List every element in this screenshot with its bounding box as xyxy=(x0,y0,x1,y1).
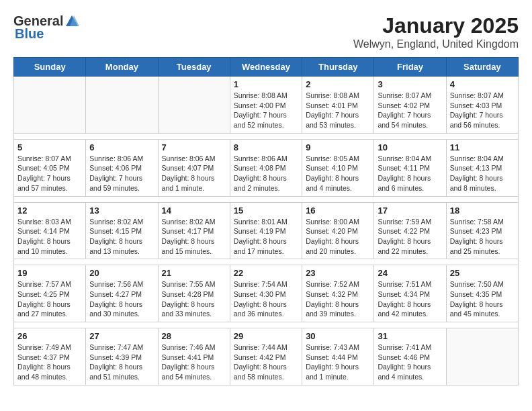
calendar-week-row: 12Sunrise: 8:03 AMSunset: 4:14 PMDayligh… xyxy=(14,202,519,259)
day-number: 13 xyxy=(89,205,154,216)
day-info: Sunrise: 8:04 AMSunset: 4:13 PMDaylight:… xyxy=(450,154,515,193)
week-spacer-row xyxy=(14,133,519,139)
day-number: 5 xyxy=(17,142,82,152)
day-info: Sunrise: 7:57 AMSunset: 4:25 PMDaylight:… xyxy=(17,279,82,319)
day-number: 22 xyxy=(234,268,298,278)
calendar-day-cell: 21Sunrise: 7:55 AMSunset: 4:28 PMDayligh… xyxy=(158,265,230,322)
calendar-week-row: 19Sunrise: 7:57 AMSunset: 4:25 PMDayligh… xyxy=(14,265,519,322)
day-info: Sunrise: 8:03 AMSunset: 4:14 PMDaylight:… xyxy=(17,217,82,257)
page-header: General Blue January 2025 Welwyn, Englan… xyxy=(13,13,519,50)
calendar-day-cell xyxy=(446,328,518,385)
day-info: Sunrise: 8:06 AMSunset: 4:07 PMDaylight:… xyxy=(162,154,226,193)
day-of-week-header: Tuesday xyxy=(158,58,230,77)
calendar-day-cell: 18Sunrise: 7:58 AMSunset: 4:23 PMDayligh… xyxy=(446,202,518,259)
day-info: Sunrise: 7:51 AMSunset: 4:34 PMDaylight:… xyxy=(378,279,442,319)
calendar-day-cell: 10Sunrise: 8:04 AMSunset: 4:11 PMDayligh… xyxy=(374,139,446,196)
calendar-day-cell: 4Sunrise: 8:07 AMSunset: 4:03 PMDaylight… xyxy=(446,77,518,134)
day-of-week-header: Wednesday xyxy=(230,58,302,77)
day-of-week-header: Monday xyxy=(86,58,158,77)
calendar-header-row: SundayMondayTuesdayWednesdayThursdayFrid… xyxy=(14,58,519,77)
day-info: Sunrise: 7:54 AMSunset: 4:30 PMDaylight:… xyxy=(234,279,298,319)
day-info: Sunrise: 8:07 AMSunset: 4:03 PMDaylight:… xyxy=(450,91,515,130)
day-info: Sunrise: 8:08 AMSunset: 4:01 PMDaylight:… xyxy=(306,91,370,130)
day-number: 3 xyxy=(378,79,442,89)
day-number: 26 xyxy=(17,331,82,341)
title-block: January 2025 Welwyn, England, United Kin… xyxy=(353,13,519,50)
day-number: 30 xyxy=(306,331,370,341)
day-info: Sunrise: 8:07 AMSunset: 4:02 PMDaylight:… xyxy=(378,91,442,130)
day-number: 19 xyxy=(17,268,82,278)
day-number: 1 xyxy=(234,79,298,89)
day-info: Sunrise: 7:44 AMSunset: 4:42 PMDaylight:… xyxy=(234,342,298,382)
calendar-week-row: 1Sunrise: 8:08 AMSunset: 4:00 PMDaylight… xyxy=(14,77,519,134)
calendar-day-cell: 24Sunrise: 7:51 AMSunset: 4:34 PMDayligh… xyxy=(374,265,446,322)
calendar-day-cell: 17Sunrise: 7:59 AMSunset: 4:22 PMDayligh… xyxy=(374,202,446,259)
calendar-day-cell: 20Sunrise: 7:56 AMSunset: 4:27 PMDayligh… xyxy=(86,265,158,322)
calendar-day-cell: 31Sunrise: 7:41 AMSunset: 4:46 PMDayligh… xyxy=(374,328,446,385)
day-number: 8 xyxy=(234,142,298,152)
calendar-day-cell: 22Sunrise: 7:54 AMSunset: 4:30 PMDayligh… xyxy=(230,265,302,322)
day-number: 15 xyxy=(234,205,298,216)
logo: General Blue xyxy=(13,13,79,42)
calendar-day-cell: 29Sunrise: 7:44 AMSunset: 4:42 PMDayligh… xyxy=(230,328,302,385)
logo-icon xyxy=(64,14,79,29)
day-number: 21 xyxy=(162,268,226,278)
day-info: Sunrise: 7:52 AMSunset: 4:32 PMDaylight:… xyxy=(306,279,370,319)
day-info: Sunrise: 7:58 AMSunset: 4:23 PMDaylight:… xyxy=(450,217,515,257)
calendar-day-cell: 13Sunrise: 8:02 AMSunset: 4:15 PMDayligh… xyxy=(86,202,158,259)
calendar-day-cell: 15Sunrise: 8:01 AMSunset: 4:19 PMDayligh… xyxy=(230,202,302,259)
day-number: 16 xyxy=(306,205,370,216)
day-of-week-header: Sunday xyxy=(14,58,86,77)
calendar-title: January 2025 xyxy=(353,13,519,38)
calendar-day-cell: 30Sunrise: 7:43 AMSunset: 4:44 PMDayligh… xyxy=(302,328,374,385)
day-number: 9 xyxy=(306,142,370,152)
day-info: Sunrise: 7:46 AMSunset: 4:41 PMDaylight:… xyxy=(162,342,226,382)
day-number: 10 xyxy=(378,142,442,152)
day-info: Sunrise: 8:05 AMSunset: 4:10 PMDaylight:… xyxy=(306,154,370,193)
day-info: Sunrise: 8:07 AMSunset: 4:05 PMDaylight:… xyxy=(17,154,82,193)
day-number: 29 xyxy=(234,331,298,341)
day-number: 24 xyxy=(378,268,442,278)
day-number: 18 xyxy=(450,205,515,216)
day-info: Sunrise: 8:00 AMSunset: 4:20 PMDaylight:… xyxy=(306,217,370,257)
day-info: Sunrise: 7:47 AMSunset: 4:39 PMDaylight:… xyxy=(89,342,154,382)
calendar-table: SundayMondayTuesdayWednesdayThursdayFrid… xyxy=(13,57,519,385)
calendar-day-cell: 19Sunrise: 7:57 AMSunset: 4:25 PMDayligh… xyxy=(14,265,86,322)
calendar-day-cell: 26Sunrise: 7:49 AMSunset: 4:37 PMDayligh… xyxy=(14,328,86,385)
day-info: Sunrise: 8:08 AMSunset: 4:00 PMDaylight:… xyxy=(234,91,298,130)
day-number: 6 xyxy=(89,142,154,152)
week-spacer-row xyxy=(14,322,519,328)
day-of-week-header: Saturday xyxy=(446,58,518,77)
calendar-day-cell xyxy=(158,77,230,134)
day-info: Sunrise: 7:41 AMSunset: 4:46 PMDaylight:… xyxy=(378,342,442,382)
calendar-day-cell xyxy=(86,77,158,134)
day-of-week-header: Thursday xyxy=(302,58,374,77)
calendar-day-cell: 5Sunrise: 8:07 AMSunset: 4:05 PMDaylight… xyxy=(14,139,86,196)
day-info: Sunrise: 8:01 AMSunset: 4:19 PMDaylight:… xyxy=(234,217,298,257)
day-number: 12 xyxy=(17,205,82,216)
calendar-day-cell: 16Sunrise: 8:00 AMSunset: 4:20 PMDayligh… xyxy=(302,202,374,259)
calendar-week-row: 26Sunrise: 7:49 AMSunset: 4:37 PMDayligh… xyxy=(14,328,519,385)
day-number: 31 xyxy=(378,331,442,341)
calendar-day-cell: 7Sunrise: 8:06 AMSunset: 4:07 PMDaylight… xyxy=(158,139,230,196)
day-number: 27 xyxy=(89,331,154,341)
calendar-day-cell: 3Sunrise: 8:07 AMSunset: 4:02 PMDaylight… xyxy=(374,77,446,134)
day-number: 28 xyxy=(162,331,226,341)
calendar-day-cell: 6Sunrise: 8:06 AMSunset: 4:06 PMDaylight… xyxy=(86,139,158,196)
day-number: 7 xyxy=(162,142,226,152)
calendar-day-cell: 14Sunrise: 8:02 AMSunset: 4:17 PMDayligh… xyxy=(158,202,230,259)
day-info: Sunrise: 7:56 AMSunset: 4:27 PMDaylight:… xyxy=(89,279,154,319)
calendar-day-cell: 23Sunrise: 7:52 AMSunset: 4:32 PMDayligh… xyxy=(302,265,374,322)
calendar-day-cell: 8Sunrise: 8:06 AMSunset: 4:08 PMDaylight… xyxy=(230,139,302,196)
day-info: Sunrise: 8:06 AMSunset: 4:08 PMDaylight:… xyxy=(234,154,298,193)
calendar-day-cell: 1Sunrise: 8:08 AMSunset: 4:00 PMDaylight… xyxy=(230,77,302,134)
day-number: 25 xyxy=(450,268,515,278)
day-info: Sunrise: 8:06 AMSunset: 4:06 PMDaylight:… xyxy=(89,154,154,193)
calendar-day-cell: 27Sunrise: 7:47 AMSunset: 4:39 PMDayligh… xyxy=(86,328,158,385)
day-number: 2 xyxy=(306,79,370,89)
calendar-day-cell: 9Sunrise: 8:05 AMSunset: 4:10 PMDaylight… xyxy=(302,139,374,196)
week-spacer-row xyxy=(14,196,519,202)
logo-blue: Blue xyxy=(15,26,44,42)
day-number: 4 xyxy=(450,79,515,89)
calendar-day-cell: 12Sunrise: 8:03 AMSunset: 4:14 PMDayligh… xyxy=(14,202,86,259)
